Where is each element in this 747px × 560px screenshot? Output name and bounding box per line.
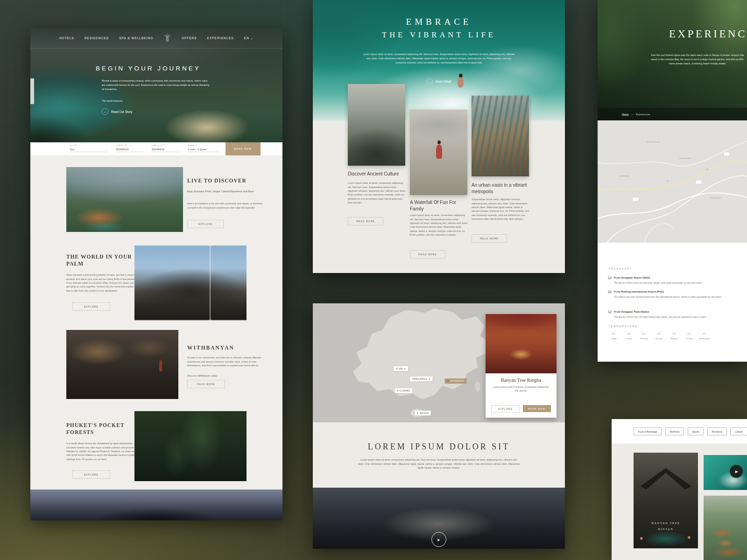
breadcrumb-current: Experiences xyxy=(636,113,650,116)
section-body: As part of our community, we invite you … xyxy=(187,356,269,367)
booking-hotel-field[interactable]: HOTEL Any⌄ xyxy=(70,145,107,153)
city-marker-lijiang[interactable]: ✦LIJIANG xyxy=(395,388,412,393)
explore-button[interactable]: EXPLORE xyxy=(72,470,110,479)
book-now-button[interactable]: BOOK NOW xyxy=(523,405,551,412)
video-card[interactable]: ▶ xyxy=(704,455,747,490)
section-body: Sleep beneath a shimmering blanket of st… xyxy=(66,273,143,293)
figure-in-red xyxy=(159,360,162,371)
filter-bar: Food & Beverage Wellness Sports Romance … xyxy=(612,419,747,443)
section-tagline: Discover withBanyan today. xyxy=(187,374,269,378)
booking-checkin-field[interactable]: CHECK IN 2024/04/10 xyxy=(116,145,144,153)
diamond-icon: ✦ xyxy=(417,412,419,414)
breadcrumb: Home — Experiences xyxy=(598,108,747,120)
section-body: Here's an invitation to be one with comm… xyxy=(187,202,267,210)
nav-spa-wellbeing[interactable]: SPA & WELLBEING xyxy=(119,36,153,40)
city-marker-sanya[interactable]: ✦SANYA xyxy=(415,411,431,416)
location-map[interactable] xyxy=(598,120,747,243)
temperature-row: Today Friday Saturday Sunday Monday Tues… xyxy=(607,332,711,340)
section-image-palm xyxy=(134,245,247,320)
section-title: WITHBANYAN xyxy=(187,344,234,351)
resort-aerial-card[interactable] xyxy=(704,496,747,560)
play-icon: ▶ xyxy=(438,538,440,541)
day-forecast: Monday xyxy=(667,332,681,340)
experience-title: EXPERIENCE xyxy=(669,28,747,40)
transport-item-title: From Pudong International Airport (PVG) xyxy=(614,290,664,293)
city-marker-shanghai[interactable]: ✦SHANGHAI xyxy=(445,378,466,384)
person-by-pool xyxy=(640,537,643,540)
banyan-tree-logo-icon[interactable] xyxy=(163,34,171,42)
language-selector[interactable]: EN ⌄ xyxy=(244,36,254,40)
vibrant-paragraph: Lorem ipsum dolor sit amet, consectetur … xyxy=(362,52,516,65)
home-page-panel: HOTELS RESIDENCES SPA & WELLBEING OFFERS… xyxy=(30,28,282,520)
chevron-down-icon: ⌄ xyxy=(106,148,107,151)
featured-card-label: BANYAN TREE BINTAN xyxy=(634,520,698,532)
info-section: TRANSPORT From Hongqiao Airport (SHA) Th… xyxy=(598,243,747,362)
booking-checkout-field[interactable]: CHECK OUT 2024/04/11 xyxy=(152,145,180,153)
filter-tags: Food & Beverage Wellness Sports Romance … xyxy=(634,428,747,435)
hotel-card-title: Banyan Tree Ringha xyxy=(486,377,557,383)
section-subtitle: Enjoy Exclusive Perks, Unique Cultural E… xyxy=(187,189,264,193)
section-title: PHUKET'S POCKET FORESTS xyxy=(66,422,146,436)
transport-item-desc: Our hotel is just over 30 kilometres fro… xyxy=(614,295,735,299)
section-image-forest xyxy=(134,411,247,481)
city-marker-hangzhou[interactable]: HANGZHOU✦ xyxy=(410,377,432,382)
nav-hotels[interactable]: HOTELS xyxy=(59,36,74,40)
book-now-button[interactable]: BOOK NOW xyxy=(226,142,261,155)
card-title: A Waterfall Of Fun For Family xyxy=(410,199,468,212)
diamond-icon: ✦ xyxy=(404,368,406,370)
nav-residences[interactable]: RESIDENCES xyxy=(85,36,109,40)
card-body: Lorem ipsum dolor sit amet, consectetur … xyxy=(348,181,407,204)
side-tab[interactable] xyxy=(30,78,34,104)
bus-icon xyxy=(608,310,612,315)
nav-experiences[interactable]: EXPERIENCES xyxy=(207,36,234,40)
city-marker-xian[interactable]: XI'AN✦ xyxy=(394,366,408,371)
breadcrumb-separator: — xyxy=(631,113,634,116)
tag-romance[interactable]: Romance xyxy=(707,428,726,435)
play-icon: ▶ xyxy=(735,469,738,474)
booking-bar: HOTEL Any⌄ CHECK IN 2024/04/10 CHECK OUT… xyxy=(30,142,282,156)
read-our-story-link[interactable]: → Read Our Story xyxy=(102,108,132,115)
breadcrumb-home-link[interactable]: Home xyxy=(622,113,629,116)
experience-page-panel: EXPERIENCE Feel the cool breeze tiptoe o… xyxy=(598,0,747,362)
jungle-hero-image: EXPERIENCE Feel the cool breeze tiptoe o… xyxy=(598,0,747,120)
play-button[interactable]: ▶ xyxy=(431,532,446,547)
hotel-card: Banyan Tree Ringha Lorem ipsum dolor sit… xyxy=(486,314,557,418)
lorem-section-title: LOREM IPSUM DOLOR SIT xyxy=(313,441,565,451)
section-body: In a world where forests are threatened … xyxy=(66,441,143,461)
day-forecast: Saturday xyxy=(637,332,651,340)
transport-item-desc: The Bund is 18 km from the high-speed tr… xyxy=(614,315,735,319)
weather-icon xyxy=(637,332,651,336)
main-nav: HOTELS RESIDENCES SPA & WELLBEING OFFERS… xyxy=(30,28,282,49)
card-body: Lorem ipsum dolor sit amet, consectetur … xyxy=(410,213,469,237)
bus-icon xyxy=(608,290,612,294)
tag-culture[interactable]: Culture xyxy=(731,428,747,435)
section-title: LIVE TO DISCOVER xyxy=(187,177,247,184)
tag-food-beverage[interactable]: Food & Beverage xyxy=(634,428,662,435)
booking-guests-field[interactable]: GUESTS 1 room / 1 guest xyxy=(188,145,218,153)
tag-sports[interactable]: Sports xyxy=(688,428,704,435)
weather-icon xyxy=(607,332,620,336)
courtyard-image: ▶ xyxy=(313,488,565,549)
chevron-down-icon: ⌄ xyxy=(251,36,254,40)
day-forecast: Wednesday xyxy=(698,332,711,340)
explore-button[interactable]: EXPLORE xyxy=(187,220,224,228)
explore-button[interactable]: EXPLORE xyxy=(72,302,110,311)
featured-card-bintan[interactable]: BANYAN TREE BINTAN xyxy=(634,453,698,548)
section-title: THE WORLD IN YOUR PALM xyxy=(66,253,143,267)
play-button[interactable]: ▶ xyxy=(730,465,743,478)
read-more-button[interactable]: READ MORE xyxy=(348,217,383,225)
destinations-map-panel: XI'AN✦ HANGZHOU✦ ✦SHANGHAI ✦LIJIANG ✦SAN… xyxy=(313,303,565,549)
read-more-button[interactable]: READ MORE xyxy=(410,250,445,259)
card-image-family xyxy=(410,110,467,195)
compare-slider-line[interactable] xyxy=(210,247,211,319)
tag-wellness[interactable]: Wellness xyxy=(665,428,684,435)
vibrant-title-line1: EMBRACE xyxy=(313,16,565,27)
gallery-panel: Food & Beverage Wellness Sports Romance … xyxy=(612,419,747,560)
transport-item-desc: The Bund is 18 km from the domestic airp… xyxy=(614,281,735,285)
explore-button[interactable]: EXPLORE xyxy=(491,405,520,413)
person-by-pool xyxy=(688,536,691,539)
read-more-button[interactable]: READ MORE xyxy=(187,380,225,388)
nav-offers[interactable]: OFFERS xyxy=(182,36,197,40)
read-more-button[interactable]: READ MORE xyxy=(472,234,507,243)
transport-label: TRANSPORT xyxy=(608,267,633,270)
